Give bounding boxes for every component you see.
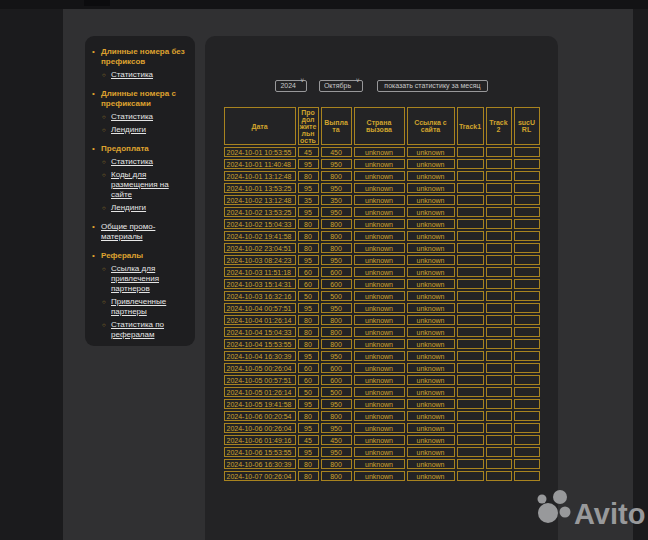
year-select[interactable]: 2024 bbox=[275, 80, 307, 92]
track1-cell bbox=[457, 183, 484, 193]
bullet-icon: • bbox=[92, 144, 97, 154]
duration-cell: 80 bbox=[298, 339, 319, 349]
table-row: 2024-10-03 11:51:1860600unknownunknown bbox=[224, 267, 540, 277]
site-link-cell: unknown bbox=[407, 387, 455, 397]
sucurl-cell bbox=[514, 243, 540, 253]
sidebar-nav: •Длинные номера без префиксов○Статистика… bbox=[92, 47, 187, 346]
bullet-icon: • bbox=[92, 251, 97, 261]
sidebar-sub-link[interactable]: Лендинги bbox=[111, 125, 146, 135]
table-row: 2024-10-05 19:41:5895950unknownunknown bbox=[224, 399, 540, 409]
sub-bullet-icon: ○ bbox=[102, 320, 107, 330]
site-link-cell: unknown bbox=[407, 207, 455, 217]
site-link-cell: unknown bbox=[407, 315, 455, 325]
sucurl-cell bbox=[514, 351, 540, 361]
sidebar-sub-link[interactable]: Статистика bbox=[111, 70, 153, 80]
duration-cell: 80 bbox=[298, 231, 319, 241]
top-notch bbox=[84, 0, 110, 6]
sucurl-cell bbox=[514, 183, 540, 193]
country-cell: unknown bbox=[354, 279, 405, 289]
table-row: 2024-10-05 00:57:5160600unknownunknown bbox=[224, 375, 540, 385]
payout-cell: 500 bbox=[321, 291, 352, 301]
country-cell: unknown bbox=[354, 411, 405, 421]
country-cell: unknown bbox=[354, 447, 405, 457]
sidebar-sub-link[interactable]: Ссылка для привлечения партнеров bbox=[111, 264, 187, 294]
sidebar-sub-link[interactable]: Статистика по рефералам bbox=[111, 320, 187, 340]
country-cell: unknown bbox=[354, 291, 405, 301]
table-row: 2024-10-02 13:12:4835350unknownunknown bbox=[224, 195, 540, 205]
sub-bullet-icon: ○ bbox=[102, 157, 107, 167]
track2-cell bbox=[486, 279, 512, 289]
country-cell: unknown bbox=[354, 327, 405, 337]
date-cell: 2024-10-05 00:57:51 bbox=[224, 375, 296, 385]
duration-cell: 80 bbox=[298, 459, 319, 469]
date-cell: 2024-10-06 01:49:16 bbox=[224, 435, 296, 445]
duration-cell: 45 bbox=[298, 147, 319, 157]
table-row: 2024-10-02 19:41:5880800unknownunknown bbox=[224, 231, 540, 241]
country-cell: unknown bbox=[354, 255, 405, 265]
country-cell: unknown bbox=[354, 303, 405, 313]
table-row: 2024-10-01 10:53:5545450unknownunknown bbox=[224, 147, 540, 157]
sidebar-sub-link[interactable]: Привлеченные партнеры bbox=[111, 297, 187, 317]
duration-cell: 60 bbox=[298, 375, 319, 385]
payout-cell: 800 bbox=[321, 231, 352, 241]
track1-cell bbox=[457, 327, 484, 337]
track2-cell bbox=[486, 435, 512, 445]
track2-cell bbox=[486, 327, 512, 337]
track2-cell bbox=[486, 471, 512, 481]
duration-cell: 50 bbox=[298, 387, 319, 397]
track1-cell bbox=[457, 279, 484, 289]
track1-cell bbox=[457, 267, 484, 277]
track2-cell bbox=[486, 315, 512, 325]
site-link-cell: unknown bbox=[407, 375, 455, 385]
sucurl-cell bbox=[514, 231, 540, 241]
sidebar-group-title: Предоплата bbox=[101, 144, 149, 154]
country-cell: unknown bbox=[354, 207, 405, 217]
sidebar-item-link[interactable]: Общие промо-материалы bbox=[101, 222, 187, 242]
date-cell: 2024-10-02 13:53:25 bbox=[224, 207, 296, 217]
sucurl-cell bbox=[514, 423, 540, 433]
date-cell: 2024-10-04 16:30:39 bbox=[224, 351, 296, 361]
month-select[interactable]: Октябрь bbox=[319, 80, 363, 92]
date-cell: 2024-10-01 13:12:48 bbox=[224, 171, 296, 181]
date-cell: 2024-10-02 15:04:33 bbox=[224, 219, 296, 229]
duration-cell: 80 bbox=[298, 471, 319, 481]
sidebar-group: •Длинные номера с префиксами○Статистика○… bbox=[92, 89, 187, 135]
country-cell: unknown bbox=[354, 423, 405, 433]
sidebar-sub-link[interactable]: Статистика bbox=[111, 112, 153, 122]
sidebar-group-title: Длинные номера с префиксами bbox=[101, 89, 187, 109]
col-header-duration: Продолжительность bbox=[298, 107, 319, 145]
site-link-cell: unknown bbox=[407, 423, 455, 433]
track1-cell bbox=[457, 255, 484, 265]
sucurl-cell bbox=[514, 255, 540, 265]
track2-cell bbox=[486, 423, 512, 433]
payout-cell: 800 bbox=[321, 411, 352, 421]
bullet-icon: • bbox=[92, 47, 97, 57]
sidebar-sub-link[interactable]: Лендинги bbox=[111, 203, 146, 213]
table-row: 2024-10-03 16:32:1650500unknownunknown bbox=[224, 291, 540, 301]
sucurl-cell bbox=[514, 399, 540, 409]
duration-cell: 60 bbox=[298, 363, 319, 373]
track1-cell bbox=[457, 207, 484, 217]
track1-cell bbox=[457, 315, 484, 325]
track1-cell bbox=[457, 411, 484, 421]
payout-cell: 950 bbox=[321, 447, 352, 457]
month-select-wrap: Октябрь ∨ bbox=[319, 74, 363, 92]
sidebar-sub-link[interactable]: Коды для размещения на сайте bbox=[111, 170, 187, 200]
table-row: 2024-10-03 08:24:2395950unknownunknown bbox=[224, 255, 540, 265]
track2-cell bbox=[486, 399, 512, 409]
table-row: 2024-10-06 16:30:3980800unknownunknown bbox=[224, 459, 540, 469]
sub-bullet-icon: ○ bbox=[102, 112, 107, 122]
sidebar-sub-link[interactable]: Статистика bbox=[111, 157, 153, 167]
table-row: 2024-10-06 00:20:5480800unknownunknown bbox=[224, 411, 540, 421]
sidebar-group-title: Рефералы bbox=[101, 251, 143, 261]
track1-cell bbox=[457, 387, 484, 397]
payout-cell: 800 bbox=[321, 219, 352, 229]
site-link-cell: unknown bbox=[407, 255, 455, 265]
show-stats-button[interactable]: показать статистику за месяц bbox=[377, 80, 487, 92]
track2-cell bbox=[486, 291, 512, 301]
duration-cell: 80 bbox=[298, 171, 319, 181]
payout-cell: 600 bbox=[321, 279, 352, 289]
track2-cell bbox=[486, 363, 512, 373]
payout-cell: 950 bbox=[321, 183, 352, 193]
track1-cell bbox=[457, 243, 484, 253]
